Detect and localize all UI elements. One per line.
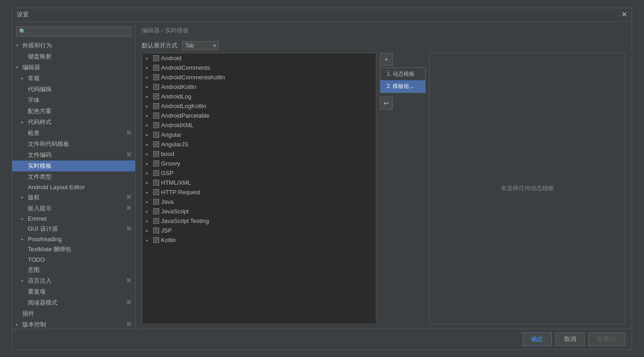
dialog-title: 设置 (17, 10, 29, 19)
sidebar-item-emmet[interactable]: ▸Emmet (12, 214, 135, 223)
template-label-android-log: AndroidLog (161, 93, 192, 100)
checkbox-android-xml[interactable] (153, 122, 159, 128)
checkbox-android-comments-kotlin[interactable] (153, 74, 159, 80)
sidebar-item-font[interactable]: 字体 (12, 95, 135, 106)
sidebar-item-language-injections[interactable]: ▸语言注入⌘ (12, 275, 135, 286)
sidebar-item-inspections[interactable]: 检查⌘ (12, 128, 135, 139)
sidebar-item-file-and-code-templates[interactable]: 文件和代码模板 (12, 139, 135, 150)
template-item-angular[interactable]: ▸Angular (142, 130, 376, 140)
template-item-android-parcelable[interactable]: ▸AndroidParcelable (142, 111, 376, 120)
template-label-angular: Angular (161, 131, 182, 138)
shortcut-badge-version-control: ⌘ (126, 321, 131, 327)
sidebar-item-textmate[interactable]: TextMate 捆绑包 (12, 244, 135, 255)
template-item-java[interactable]: ▸Java (142, 197, 376, 207)
template-item-gsp[interactable]: ▸GSP (142, 168, 376, 178)
template-item-android-comments[interactable]: ▸AndroidComments (142, 63, 376, 72)
checkbox-android-parcelable[interactable] (153, 113, 159, 119)
template-item-javascript[interactable]: ▸JavaScript (142, 207, 376, 216)
checkbox-java[interactable] (153, 199, 159, 205)
confirm-button[interactable]: 确定 (523, 332, 552, 346)
checkbox-gsp[interactable] (153, 170, 159, 176)
template-item-bood[interactable]: ▸bood (142, 149, 376, 159)
checkbox-html-xml[interactable] (153, 180, 159, 186)
sidebar-item-copyright2[interactable]: 重复项 (12, 286, 135, 297)
checkbox-angularjs[interactable] (153, 141, 159, 147)
sidebar-item-android-layout-editor[interactable]: Android Layout Editor (12, 182, 135, 192)
template-item-html-xml[interactable]: ▸HTML/XML (142, 178, 376, 187)
shortcut-badge-language-injections: ⌘ (126, 278, 131, 284)
template-item-angularjs[interactable]: ▸AngularJS (142, 140, 376, 149)
sidebar-item-color-scheme[interactable]: 配色方案 (12, 106, 135, 117)
sidebar-item-keymap[interactable]: 键盘映射 (12, 51, 135, 62)
sidebar-label-language-injections: 语言注入 (28, 277, 52, 285)
add-button[interactable]: + (380, 53, 393, 66)
template-item-android[interactable]: ▸Android (142, 53, 376, 63)
checkbox-android-log-kotlin[interactable] (153, 103, 159, 109)
undo-button[interactable]: ↩ (380, 97, 393, 109)
template-item-jsp[interactable]: ▸JSP (142, 226, 376, 235)
detail-panel: 未选择任何动态模板 (429, 53, 625, 324)
context-menu: 1. 动态模板 2. 模板组... (380, 67, 426, 93)
template-item-android-xml[interactable]: ▸AndroidXML (142, 120, 376, 130)
sidebar-item-file-encoding[interactable]: 文件编码⌘ (12, 150, 135, 160)
checkbox-kotlin[interactable] (153, 237, 159, 243)
sidebar-item-code-style[interactable]: ▸代码样式 (12, 117, 135, 128)
settings-dialog: 设置 ✕ ▾外观和行为键盘映射▾编辑器▸常规代码编辑字体配色方案▸代码样式检查⌘… (12, 8, 632, 350)
expand-dropdown[interactable]: TabEnterSpace (182, 41, 218, 50)
chevron-icon-editor: ▾ (16, 65, 21, 70)
template-item-android-log[interactable]: ▸AndroidLog (142, 92, 376, 101)
checkbox-android-kotlin[interactable] (153, 84, 159, 90)
sidebar-item-file-types[interactable]: 文件类型 (12, 171, 135, 182)
cancel-button[interactable]: 取消 (556, 332, 585, 346)
apply-button[interactable]: 应用(A) (588, 332, 625, 346)
sidebar-item-inlay-hints[interactable]: 嵌入提示⌘ (12, 203, 135, 214)
expand-arrow-android-kotlin: ▸ (146, 84, 151, 89)
sidebar-item-appearance[interactable]: ▾外观和行为 (12, 40, 135, 51)
sidebar-item-general[interactable]: ▸常规 (12, 73, 135, 84)
sidebar-item-plugins[interactable]: 插件 (12, 308, 135, 319)
menu-template-group[interactable]: 2. 模板组... (380, 80, 425, 93)
breadcrumb-part2: 实时模板 (165, 27, 189, 34)
close-button[interactable]: ✕ (621, 11, 627, 18)
expand-arrow-jsp: ▸ (146, 228, 151, 233)
expand-arrow-java: ▸ (146, 199, 151, 204)
sidebar-item-version-control[interactable]: ▸版本控制⌘ (12, 319, 135, 329)
checkbox-http-request[interactable] (153, 189, 159, 195)
sidebar-item-todo[interactable]: TODO (12, 255, 135, 264)
sidebar-item-reader-mode[interactable]: 阅读器模式⌘ (12, 297, 135, 308)
template-item-kotlin[interactable]: ▸Kotlin (142, 235, 376, 245)
checkbox-javascript-testing[interactable] (153, 218, 159, 224)
checkbox-angular[interactable] (153, 132, 159, 138)
template-item-javascript-testing[interactable]: ▸JavaScript Testing (142, 216, 376, 226)
expand-arrow-javascript-testing: ▸ (146, 218, 151, 223)
menu-live-template[interactable]: 1. 动态模板 (380, 68, 425, 80)
expand-arrow-android-comments-kotlin: ▸ (146, 75, 151, 80)
sidebar-item-editor[interactable]: ▾编辑器 (12, 62, 135, 73)
checkbox-bood[interactable] (153, 151, 159, 157)
checkbox-jsp[interactable] (153, 228, 159, 233)
template-item-android-log-kotlin[interactable]: ▸AndroidLogKotlin (142, 101, 376, 111)
template-item-groovy[interactable]: ▸Groovy (142, 159, 376, 168)
shortcut-badge-reader-mode: ⌘ (126, 300, 131, 305)
expand-arrow-android: ▸ (146, 56, 151, 61)
template-label-kotlin: Kotlin (161, 237, 176, 243)
template-label-bood: bood (161, 150, 174, 157)
template-item-http-request[interactable]: ▸HTTP Request (142, 187, 376, 197)
sidebar-item-intentions[interactable]: 意图 (12, 264, 135, 275)
checkbox-android-log[interactable] (153, 93, 159, 99)
checkbox-android[interactable] (153, 55, 159, 61)
template-label-groovy: Groovy (161, 160, 180, 167)
checkbox-javascript[interactable] (153, 208, 159, 214)
sidebar-item-live-templates[interactable]: 实时模板 (12, 160, 135, 171)
template-item-android-kotlin[interactable]: ▸AndroidKotlin (142, 82, 376, 92)
sidebar-item-proofreading[interactable]: ▸Proofreading (12, 234, 135, 244)
checkbox-android-comments[interactable] (153, 65, 159, 71)
checkbox-groovy[interactable] (153, 160, 159, 166)
search-input[interactable] (16, 26, 131, 36)
sidebar-item-gui-designer[interactable]: GUI 设计器⌘ (12, 223, 135, 234)
sidebar-item-copyright[interactable]: ▸版权⌘ (12, 192, 135, 203)
sidebar-item-code-editing[interactable]: 代码编辑 (12, 84, 135, 95)
template-item-android-comments-kotlin[interactable]: ▸AndroidCommentsKotlin (142, 72, 376, 82)
template-label-android-comments: AndroidComments (161, 64, 210, 71)
sidebar-label-keymap: 键盘映射 (28, 52, 52, 61)
